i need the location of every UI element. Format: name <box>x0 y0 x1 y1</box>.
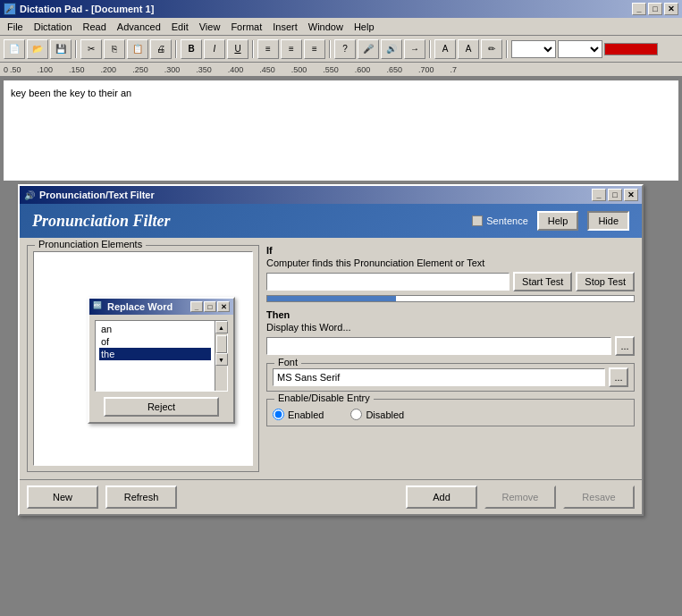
help-toolbar-button[interactable]: ? <box>334 39 356 59</box>
menu-advanced[interactable]: Advanced <box>112 20 166 34</box>
new-button[interactable]: New <box>27 485 98 509</box>
font-browse-button[interactable]: ... <box>609 367 628 387</box>
font-select[interactable] <box>511 40 556 58</box>
print-button[interactable]: 🖨 <box>150 39 172 59</box>
enable-disable-section: Enable/Disable Entry Enabled Disabled <box>266 399 635 426</box>
speaker-button[interactable]: 🔊 <box>381 39 402 59</box>
close-button[interactable]: ✕ <box>664 3 678 15</box>
app-window: 🎤 Dictation Pad - [Document 1] _ □ ✕ Fil… <box>0 0 682 616</box>
menu-format[interactable]: Format <box>225 20 267 34</box>
title-bar-buttons: _ □ ✕ <box>632 3 678 15</box>
pronunc-close-button[interactable]: ✕ <box>624 189 638 201</box>
help-button[interactable]: Help <box>537 211 579 231</box>
menu-file[interactable]: File <box>2 20 29 34</box>
mic-button[interactable]: 🎤 <box>358 39 379 59</box>
enabled-radio[interactable] <box>273 409 284 420</box>
add-button[interactable]: Add <box>406 485 477 509</box>
list-item-the[interactable]: the <box>99 348 211 360</box>
color-swatch[interactable] <box>604 43 658 55</box>
font-a-button[interactable]: A <box>434 39 456 59</box>
display-word-browse-button[interactable]: ... <box>615 336 635 356</box>
start-test-button[interactable]: Start Test <box>513 272 572 291</box>
paste-button[interactable]: 📋 <box>127 39 148 59</box>
menu-dictation[interactable]: Dictation <box>29 20 78 34</box>
enabled-radio-label[interactable]: Enabled <box>273 409 324 420</box>
ruler-mark-650: .650 <box>386 65 402 74</box>
replace-word-list[interactable]: an of the ▲ ▼ <box>95 320 228 392</box>
resave-button[interactable]: Resave <box>563 485 635 509</box>
hide-button[interactable]: Hide <box>587 211 629 231</box>
if-section: If Computer finds this Pronunciation Ele… <box>266 245 635 302</box>
replace-dialog-icon: 🔤 <box>93 301 104 312</box>
ruler-mark-100: .100 <box>38 65 54 74</box>
scroll-thumb[interactable] <box>216 335 227 353</box>
pronunc-header-title: Pronunciation Filter <box>32 212 171 231</box>
new-doc-button[interactable]: 📄 <box>4 39 25 59</box>
ruler-start: 0 <box>4 65 8 74</box>
replace-close-button[interactable]: ✕ <box>217 301 230 312</box>
remove-button[interactable]: Remove <box>484 485 556 509</box>
menu-edit[interactable]: Edit <box>166 20 194 34</box>
toolbar-sep-5 <box>429 40 431 58</box>
menu-insert[interactable]: Insert <box>267 20 303 34</box>
enable-disable-title: Enable/Disable Entry <box>274 392 374 403</box>
then-sublabel: Display this Word... <box>266 322 635 333</box>
scroll-down-button[interactable]: ▼ <box>215 353 228 366</box>
copy-button[interactable]: ⎘ <box>104 39 125 59</box>
list-item-an[interactable]: an <box>99 323 211 335</box>
ruler-mark-600: .600 <box>355 65 371 74</box>
size-dropdown <box>558 40 602 58</box>
align-center-button[interactable]: ≡ <box>281 39 302 59</box>
minimize-button[interactable]: _ <box>632 3 646 15</box>
menu-read[interactable]: Read <box>78 20 112 34</box>
font-dropdown <box>511 40 556 58</box>
list-item-of[interactable]: of <box>99 335 211 348</box>
save-button[interactable]: 💾 <box>50 39 72 59</box>
font-group-box: Font ... <box>266 363 635 392</box>
replace-scrollbar: ▲ ▼ <box>215 321 227 391</box>
if-input-row: Start Test Stop Test <box>266 272 635 291</box>
display-word-input[interactable] <box>266 337 611 355</box>
pronunc-minimize-button[interactable]: _ <box>592 189 606 201</box>
menu-window[interactable]: Window <box>303 20 349 34</box>
font-input[interactable] <box>273 368 605 386</box>
sentence-checkbox-label[interactable]: Sentence <box>472 215 527 226</box>
ruler-mark-500: .500 <box>291 65 307 74</box>
cut-button[interactable]: ✂ <box>80 39 102 59</box>
restore-button[interactable]: □ <box>648 3 662 15</box>
pronunciation-elements-list[interactable]: 🔤 Replace Word _ □ ✕ <box>33 251 253 466</box>
replace-minimize-button[interactable]: _ <box>190 301 203 312</box>
open-button[interactable]: 📂 <box>27 39 48 59</box>
sentence-checkbox[interactable] <box>472 215 483 226</box>
italic-button[interactable]: I <box>204 39 225 59</box>
pronunc-dialog-title: Pronunciation/Text Filter <box>39 190 155 200</box>
ruler: 0 .50 .100 .150 .200 .250 .300 .350 .400… <box>0 63 682 77</box>
size-select[interactable] <box>558 40 602 58</box>
title-bar: 🎤 Dictation Pad - [Document 1] _ □ ✕ <box>0 0 682 18</box>
pronunc-restore-button[interactable]: □ <box>608 189 622 201</box>
align-right-button[interactable]: ≡ <box>304 39 325 59</box>
menu-help[interactable]: Help <box>349 20 380 34</box>
font-group-title: Font <box>274 357 301 367</box>
wand-button[interactable]: ✏ <box>481 39 502 59</box>
disabled-radio[interactable] <box>350 409 362 420</box>
font-size-button[interactable]: A <box>458 39 479 59</box>
radio-group: Enabled Disabled <box>273 405 628 420</box>
sentence-label: Sentence <box>486 215 527 226</box>
refresh-button[interactable]: Refresh <box>105 485 177 509</box>
stop-test-button[interactable]: Stop Test <box>576 272 635 291</box>
align-left-button[interactable]: ≡ <box>257 39 279 59</box>
document-content[interactable]: key been the key to their an <box>4 80 678 181</box>
pronunc-title-buttons: _ □ ✕ <box>592 189 638 201</box>
bold-button[interactable]: B <box>181 39 202 59</box>
replace-restore-button[interactable]: □ <box>204 301 216 312</box>
underline-button[interactable]: U <box>227 39 248 59</box>
pronunciation-element-input[interactable] <box>266 273 509 291</box>
reject-button[interactable]: Reject <box>104 397 219 417</box>
disabled-radio-label[interactable]: Disabled <box>350 409 404 420</box>
menu-view[interactable]: View <box>194 20 226 34</box>
toolbar-sep-3 <box>252 40 254 58</box>
arrow-button[interactable]: → <box>404 39 425 59</box>
scroll-up-button[interactable]: ▲ <box>215 321 228 333</box>
test-progress-bar-container <box>266 295 635 302</box>
